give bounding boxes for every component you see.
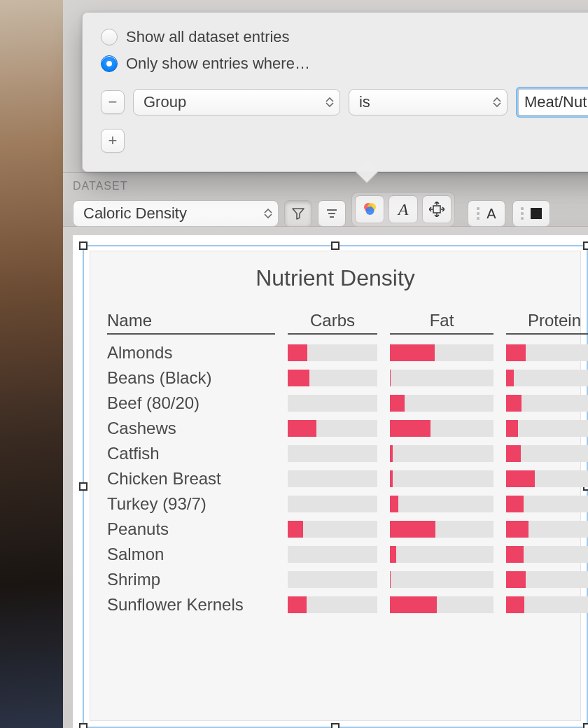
bar-cell-fat [390, 395, 493, 412]
bar-cell-carbs [288, 395, 377, 412]
grip-icon [521, 207, 524, 220]
desktop-background [0, 0, 63, 728]
letter-a-icon: A [486, 206, 496, 222]
column-header: Fat [390, 311, 493, 335]
resize-handle[interactable] [331, 723, 340, 728]
bar-cell-fat [390, 521, 493, 538]
resize-handle[interactable] [331, 241, 340, 250]
radio-show-all-label: Show all dataset entries [126, 28, 290, 46]
resize-handle[interactable] [79, 482, 88, 491]
row-name: Beans (Black) [107, 365, 275, 391]
bar-cell-protein [506, 521, 588, 538]
bar-cell-carbs [288, 420, 377, 437]
bar-cell-fat [390, 344, 493, 361]
bar-cell-protein [506, 546, 588, 563]
bar-fill [390, 521, 435, 538]
bar-fill [288, 420, 316, 437]
bar-fill [390, 395, 405, 412]
filter-popover: Show all dataset entries Only show entri… [82, 12, 588, 172]
font-button[interactable]: A [388, 195, 418, 223]
color-venn-icon [361, 201, 378, 218]
bar-cell-carbs [288, 496, 377, 512]
dataset-select-value: Caloric Density [83, 204, 187, 223]
bar-cell-carbs [288, 546, 377, 563]
bar-fill [390, 546, 396, 563]
dataset-select[interactable]: Caloric Density [73, 200, 279, 227]
column-header: Carbs [288, 311, 377, 335]
row-name: Turkey (93/7) [107, 491, 275, 517]
bar-fill [506, 571, 526, 588]
bar-cell-fat [390, 496, 493, 512]
toolbar: DATASET Caloric Density [63, 172, 588, 227]
filter-field-value: Group [144, 93, 186, 111]
plus-icon: + [108, 132, 118, 150]
bar-cell-protein [506, 571, 588, 588]
filter-operator-select[interactable]: is [349, 89, 507, 115]
radio-only-show-label: Only show entries where… [126, 55, 310, 73]
bar-cell-protein [506, 596, 588, 613]
chart-grid: NameCarbsFatProteinAlmondsBeans (Black)B… [107, 311, 564, 617]
bar-fill [506, 370, 514, 386]
bar-cell-carbs [288, 344, 377, 361]
canvas[interactable]: Nutrient Density NameCarbsFatProteinAlmo… [73, 235, 588, 728]
filter-value-field[interactable] [518, 89, 588, 115]
row-name: Peanuts [107, 517, 275, 542]
resize-handle[interactable] [583, 241, 588, 250]
layout-button[interactable] [422, 195, 451, 223]
color-button[interactable] [355, 195, 384, 223]
filter-field-select[interactable]: Group [133, 89, 340, 115]
fill-style-button[interactable] [512, 200, 550, 227]
bar-cell-fat [390, 596, 493, 613]
svg-point-5 [366, 206, 374, 215]
resize-handle[interactable] [583, 723, 588, 728]
filter-value-field-wrap [516, 87, 588, 118]
bar-fill [506, 596, 524, 613]
row-name: Almonds [107, 340, 275, 365]
chevron-updown-icon [326, 97, 334, 107]
remove-condition-button[interactable]: − [101, 90, 125, 114]
row-name: Beef (80/20) [107, 391, 275, 416]
radio-show-all[interactable]: Show all dataset entries [101, 28, 588, 46]
bar-fill [390, 344, 435, 361]
bar-fill [506, 546, 524, 563]
add-condition-button[interactable]: + [101, 129, 125, 153]
bar-cell-fat [390, 420, 493, 437]
resize-handle[interactable] [79, 241, 88, 250]
bar-cell-protein [506, 496, 588, 512]
dataset-heading-label: DATASET [73, 180, 127, 192]
bar-cell-protein [506, 370, 588, 386]
filter-button[interactable] [284, 200, 312, 227]
radio-only-show[interactable]: Only show entries where… [101, 55, 588, 73]
bar-fill [288, 596, 307, 613]
row-name: Chicken Breast [107, 466, 275, 491]
font-icon: A [398, 200, 409, 219]
chart-title: Nutrient Density [107, 265, 564, 291]
filter-operator-value: is [359, 93, 370, 111]
sort-lines-icon [325, 206, 339, 220]
sort-button[interactable] [318, 200, 346, 227]
bar-cell-fat [390, 445, 493, 462]
text-style-button[interactable]: A [468, 200, 505, 227]
bar-fill [390, 445, 393, 462]
row-name: Catfish [107, 441, 275, 466]
bar-cell-carbs [288, 596, 377, 613]
bar-fill [506, 420, 518, 437]
chart-object[interactable]: Nutrient Density NameCarbsFatProteinAlmo… [90, 251, 581, 721]
app-window: DATASET Caloric Density [63, 0, 588, 728]
bar-fill [390, 370, 391, 386]
row-name: Salmon [107, 542, 275, 567]
radio-icon [101, 29, 118, 46]
bar-fill [506, 344, 526, 361]
resize-handle[interactable] [79, 723, 88, 728]
move-arrows-icon [429, 202, 444, 217]
funnel-icon [291, 206, 305, 220]
bar-fill [506, 470, 535, 487]
chevron-updown-icon [493, 97, 501, 107]
bar-cell-fat [390, 470, 493, 487]
chevron-updown-icon [264, 209, 272, 218]
bar-fill [288, 344, 307, 361]
svg-rect-6 [433, 206, 440, 213]
radio-checked-icon [101, 55, 118, 72]
row-name: Cashews [107, 416, 275, 441]
grip-icon [477, 207, 479, 220]
